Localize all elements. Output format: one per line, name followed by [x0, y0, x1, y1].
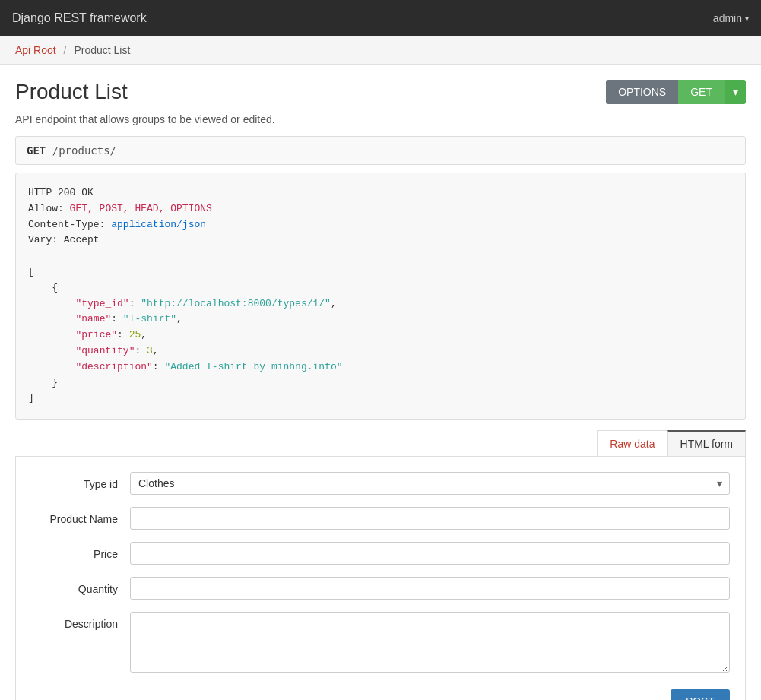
url-path: /products/ — [52, 144, 116, 157]
form-section: Type id Clothes Electronics Shoes Access… — [15, 457, 746, 700]
json-type-id-val: "http://localhost:8000/types/1/" — [141, 298, 331, 309]
form-row-product-name: Product Name — [31, 507, 730, 530]
post-button[interactable]: POST — [671, 689, 730, 700]
page-header: Product List OPTIONS GET ▾ — [15, 80, 746, 104]
quantity-input[interactable] — [130, 577, 730, 600]
form-row-price: Price — [31, 542, 730, 565]
vary-label: Vary: — [28, 234, 58, 245]
json-array-open: [ — [28, 266, 34, 277]
description-label: Description — [31, 612, 130, 630]
json-array-close: ] — [28, 392, 34, 404]
response-block: HTTP 200 OK Allow: GET, POST, HEAD, OPTI… — [15, 173, 746, 420]
get-button-group: GET ▾ — [678, 80, 746, 104]
breadcrumb-current: Product List — [74, 44, 130, 56]
json-description-val: "Added T-shirt by minhng.info" — [164, 361, 342, 372]
price-input[interactable] — [130, 542, 730, 565]
get-button[interactable]: GET — [678, 80, 725, 104]
main-content: Product List OPTIONS GET ▾ API endpoint … — [0, 65, 761, 700]
json-price-key: "price" — [75, 329, 117, 340]
product-name-input[interactable] — [130, 507, 730, 530]
content-type-label: Content-Type: — [28, 219, 105, 230]
navbar-brand: Django REST framework — [12, 11, 147, 25]
json-price-val: 25 — [129, 329, 141, 340]
navbar-username: admin — [713, 12, 742, 24]
tabs-bar: Raw data HTML form — [15, 430, 746, 457]
form-row-quantity: Quantity — [31, 577, 730, 600]
breadcrumb-api-root[interactable]: Api Root — [15, 44, 56, 56]
header-buttons: OPTIONS GET ▾ — [606, 80, 746, 104]
form-row-type-id: Type id Clothes Electronics Shoes Access… — [31, 472, 730, 495]
json-description-key: "description" — [75, 361, 152, 372]
description-textarea[interactable] — [130, 612, 730, 673]
options-button[interactable]: OPTIONS — [606, 80, 678, 104]
navbar-user[interactable]: admin ▾ — [713, 12, 749, 24]
get-dropdown-button[interactable]: ▾ — [725, 80, 746, 104]
url-method: GET — [27, 144, 46, 157]
form-row-description: Description — [31, 612, 730, 673]
breadcrumb: Api Root / Product List — [0, 36, 761, 65]
breadcrumb-separator: / — [64, 44, 67, 56]
type-id-select-wrapper: Clothes Electronics Shoes Accessories ▾ — [130, 472, 730, 495]
type-id-label: Type id — [31, 472, 130, 490]
vary-value: Accept — [58, 234, 100, 245]
type-id-select[interactable]: Clothes Electronics Shoes Accessories — [130, 472, 730, 495]
price-label: Price — [31, 542, 130, 560]
navbar: Django REST framework admin ▾ — [0, 0, 761, 36]
tab-html-form[interactable]: HTML form — [667, 430, 746, 456]
quantity-label: Quantity — [31, 577, 130, 595]
url-bar: GET /products/ — [15, 136, 746, 165]
json-type-id-key: "type_id" — [75, 298, 128, 309]
allow-label: Allow: — [28, 203, 64, 214]
navbar-dropdown-arrow: ▾ — [745, 14, 749, 23]
allow-value: GET, POST, HEAD, OPTIONS — [64, 203, 212, 214]
content-type-value: application/json — [105, 219, 206, 230]
form-actions: POST — [31, 685, 730, 700]
page-description: API endpoint that allows groups to be vi… — [15, 113, 746, 125]
json-name-val: "T-shirt" — [123, 313, 176, 325]
response-status: HTTP 200 OK — [28, 187, 94, 198]
tab-raw-data[interactable]: Raw data — [597, 430, 667, 456]
page-title: Product List — [15, 80, 128, 104]
json-quantity-val: 3 — [147, 345, 153, 356]
json-name-key: "name" — [75, 313, 111, 325]
json-quantity-key: "quantity" — [75, 345, 135, 356]
product-name-label: Product Name — [31, 507, 130, 525]
